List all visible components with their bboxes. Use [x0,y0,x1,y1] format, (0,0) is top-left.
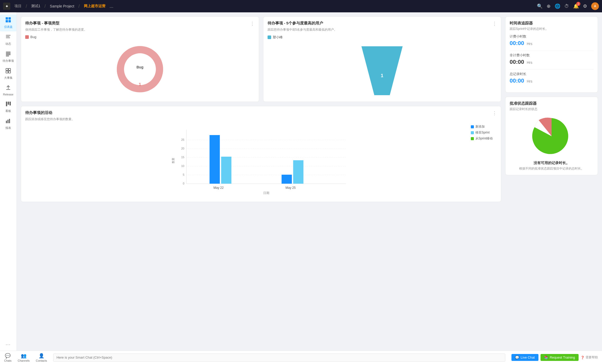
legend-new: 新添加 [471,125,493,129]
top-navigation: ✦ 项目 / 测试1 / Sample Project / 网上超市运营 ...… [0,0,602,12]
help-link[interactable]: ❓ 需要帮助 [581,355,598,360]
legend-move-to: 移至Sprint [471,130,493,135]
sidebar-item-epic[interactable]: 大事集 [0,65,16,82]
bottom-bar: 💬 Chats 👥 Channels 👤 Contacts 💬 Live Cha… [0,351,602,364]
sidebar: 仪表盘 动态 待办事项 大事集 Release [0,12,17,351]
activity-menu[interactable]: ⋮ [492,110,497,116]
approval-title: 批准状态跟踪器 [510,101,537,106]
legend-new-color [471,125,474,128]
legend-move-to-color [471,131,474,134]
sidebar-label-dashboard: 仪表盘 [4,25,13,29]
channels-icon: 👥 [21,353,26,359]
approval-no-data-text: 没有可用的记录时长。 [510,161,594,165]
sidebar-item-release[interactable]: Release [0,82,16,99]
breadcrumb-test[interactable]: 测试1 [31,4,40,8]
svg-text:5: 5 [183,173,184,176]
app-logo: ✦ [3,3,10,10]
svg-text:日期: 日期 [263,191,269,195]
legend-move-from-color [471,137,474,140]
notification-badge: 2 [576,2,580,6]
bottom-right-actions: 💬 Live Chat 📚 Request Training ❓ 需要帮助 [511,354,598,361]
time-tracker-subtitle: 跟踪Sprint中记录的总时长。 [510,27,594,31]
users-legend: 塑小峰 [268,35,497,40]
nav-icons: 🔍 ⊕ 🌐 ⏱ 🔔2 ⚙ A [537,2,599,10]
svg-text:Bug: Bug [136,65,143,69]
backlog-users-header: 待办事项 - 5个参与度最高的用户 ⋮ [268,21,497,26]
time-billable: 计费小时数 00:00 Hrs [510,34,594,47]
svg-rect-21 [6,121,7,123]
time-total: 总记录时长 00:00 Hrs [510,72,594,84]
main-layout: 仪表盘 动态 待办事项 大事集 Release [0,12,602,351]
backlog-type-header: 待办事项 - 事项类型 ⋮ [25,21,255,26]
activity-legend: 新添加 移至Sprint 从Sprint移动 [471,125,493,141]
bug-legend: Bug [25,35,255,39]
total-value: 00:00 Hrs [510,77,594,84]
report-icon [5,118,11,125]
project-label: 项目 [14,4,22,8]
contacts-icon: 👤 [39,353,44,359]
avatar[interactable]: A [591,2,599,10]
billable-label: 计费小时数 [510,34,594,39]
search-icon[interactable]: 🔍 [537,3,543,9]
sidebar-more[interactable]: ... [0,339,16,349]
svg-rect-11 [6,54,11,55]
svg-text:20: 20 [181,147,184,150]
sidebar-item-backlog[interactable]: 待办事项 [0,48,16,65]
add-icon[interactable]: ⊕ [547,3,551,9]
bug-legend-label: Bug [30,35,36,39]
settings-icon[interactable]: ⚙ [583,3,587,9]
donut-chart-container: Bug 1 [25,41,255,97]
svg-text:10: 10 [181,164,184,167]
sidebar-label-backlog: 待办事项 [3,59,14,63]
sidebar-item-dashboard[interactable]: 仪表盘 [0,14,16,31]
funnel-chart-container: 1 塑小峰 [268,44,497,95]
more-button[interactable]: ... [110,4,113,9]
breadcrumb-sample-project[interactable]: Sample Project [50,4,74,8]
breadcrumb-separator1: / [26,4,27,9]
contacts-button[interactable]: 👤 Contacts [36,353,47,362]
smart-chat-input[interactable] [53,353,505,362]
bar-may22-sprint [221,157,232,184]
sidebar-item-report[interactable]: 报表 [0,116,16,132]
epic-icon [5,68,11,75]
globe-icon[interactable]: 🌐 [555,3,560,9]
sidebar-label-release: Release [3,93,13,96]
backlog-activity-card: 待办事项的活动 ⋮ 跟踪添加或移至您待办事项的数量。 新添加 移至Sp [21,106,501,202]
notification-icon[interactable]: 🔔2 [573,3,579,9]
backlog-users-card: 待办事项 - 5个参与度最高的用户 ⋮ 跟踪您待办事项中前5名参与度最高和最低的… [263,16,501,102]
svg-rect-14 [8,68,11,70]
bar-may25-sprint [293,160,304,184]
clock-icon[interactable]: ⏱ [564,4,569,9]
sidebar-label-epic: 大事集 [4,76,13,80]
backlog-type-menu[interactable]: ⋮ [250,21,255,26]
channels-button[interactable]: 👥 Channels [18,353,30,362]
breadcrumb-current[interactable]: 网上超市运营 [84,4,105,8]
time-tracker-header: 时间表追踪器 [510,21,594,26]
bar-may25-new [282,175,292,184]
help-label: 需要帮助 [586,355,598,360]
svg-rect-5 [8,20,11,22]
live-chat-button[interactable]: 💬 Live Chat [511,354,538,361]
svg-text:15: 15 [181,156,184,159]
sidebar-label-kanban: 看板 [5,109,11,113]
donut-chart: Bug 1 [112,41,168,97]
sidebar-item-kanban[interactable]: 看板 [0,99,16,116]
activity-header: 待办事项的活动 ⋮ [25,110,497,116]
backlog-users-menu[interactable]: ⋮ [492,21,497,26]
svg-rect-13 [6,68,8,70]
kanban-icon [5,101,11,108]
request-training-icon: 📚 [544,356,548,359]
sidebar-item-activity[interactable]: 动态 [0,31,16,48]
svg-text:✦: ✦ [5,4,8,8]
main-content: 待办事项 - 事项类型 ⋮ 保持跟踪工作事项，了解您待办事项的进度。 Bug [17,12,602,351]
svg-rect-9 [6,52,11,52]
svg-text:1: 1 [381,73,383,78]
request-training-button[interactable]: 📚 Request Training [541,354,579,361]
svg-rect-2 [6,17,8,20]
bug-legend-dot [25,35,29,39]
svg-text:数量: 数量 [172,158,175,163]
chats-button[interactable]: 💬 Chats [4,353,12,362]
svg-rect-15 [6,71,8,73]
total-label: 总记录时长 [510,72,594,76]
activity-chart-wrapper: 新添加 移至Sprint 从Sprint移动 数量 [25,125,497,198]
